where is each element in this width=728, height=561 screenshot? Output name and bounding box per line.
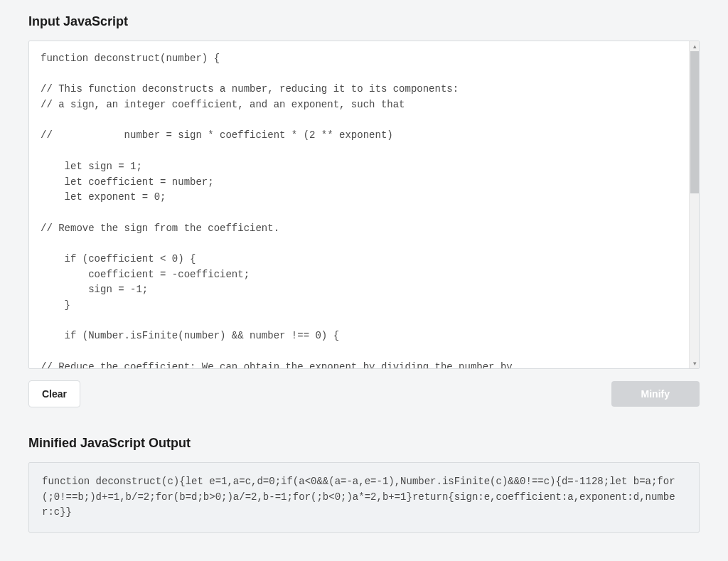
javascript-input-textarea[interactable] (29, 41, 689, 368)
output-code-container: function deconstruct(c){let e=1,a=c,d=0;… (28, 462, 700, 533)
input-code-container (28, 41, 700, 369)
clear-button[interactable]: Clear (28, 380, 80, 407)
minify-button[interactable]: Minify (611, 381, 700, 407)
button-row: Clear Minify (28, 380, 700, 407)
output-section-title: Minified JavaScript Output (28, 436, 700, 451)
scrollbar-vertical[interactable] (689, 41, 699, 368)
scrollbar-thumb[interactable] (690, 51, 699, 193)
minified-output-text: function deconstruct(c){let e=1,a=c,d=0;… (42, 474, 686, 520)
input-section-title: Input JavaScript (28, 14, 700, 29)
